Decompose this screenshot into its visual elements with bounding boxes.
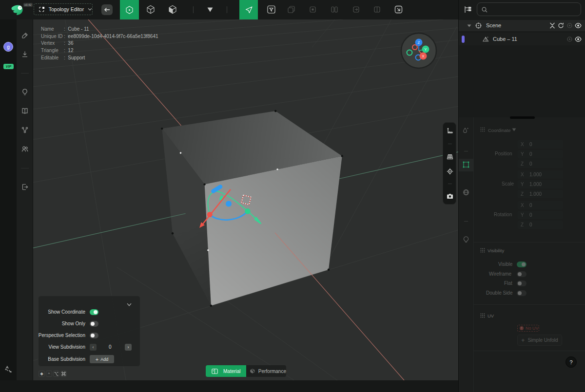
svg-text:Y: Y xyxy=(424,47,427,52)
svg-text:X: X xyxy=(422,54,425,58)
svg-text:Z: Z xyxy=(418,40,420,45)
